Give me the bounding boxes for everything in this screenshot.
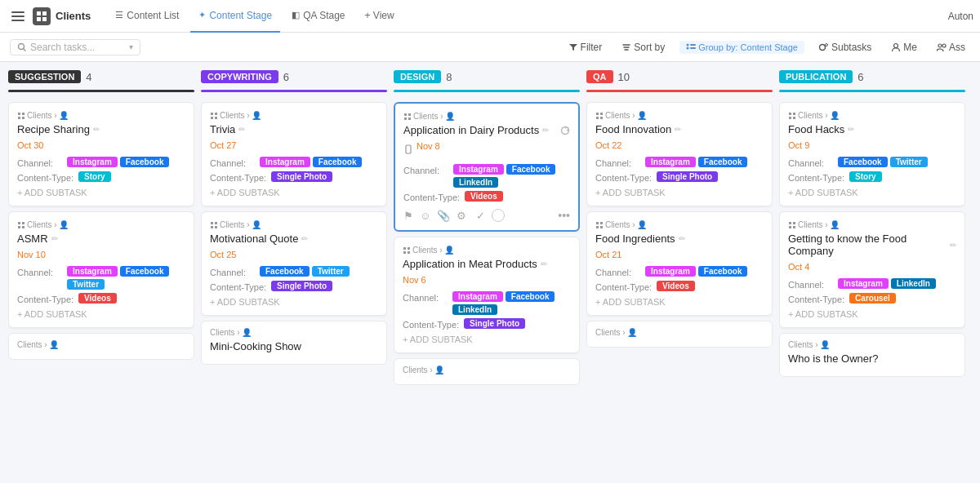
add-subtask-motivational-quote[interactable]: + ADD SUBTASK bbox=[210, 297, 378, 307]
tab-view[interactable]: + View bbox=[357, 0, 403, 33]
tag-facebook[interactable]: Facebook bbox=[698, 266, 748, 277]
check-icon[interactable]: ✓ bbox=[476, 210, 485, 222]
nav-user[interactable]: Auton bbox=[948, 11, 973, 22]
card-partial-design[interactable]: Clients › 👤 bbox=[394, 358, 580, 385]
tag-facebook[interactable]: Facebook bbox=[260, 266, 310, 277]
card-partial-suggestion[interactable]: Clients › 👤 bbox=[8, 333, 194, 360]
edit-icon-food-innovation[interactable]: ✏ bbox=[675, 125, 681, 134]
link-icon[interactable] bbox=[560, 126, 570, 135]
add-subtask-application-meat[interactable]: + ADD SUBTASK bbox=[403, 335, 571, 344]
tag-instagram[interactable]: Instagram bbox=[67, 157, 118, 167]
tag-twitter[interactable]: Twitter bbox=[312, 266, 350, 277]
add-subtask-recipe-sharing[interactable]: + ADD SUBTASK bbox=[17, 188, 185, 197]
card-recipe-sharing[interactable]: Clients › 👤 Recipe Sharing ✏ Oct 30 Chan… bbox=[8, 102, 194, 206]
card-food-hacks[interactable]: Clients › 👤 Food Hacks ✏ Oct 9 Channel: … bbox=[779, 102, 965, 206]
svg-point-13 bbox=[819, 44, 825, 50]
card-who-is-owner[interactable]: Clients › 👤 Who is the Owner? bbox=[779, 333, 965, 377]
tag-instagram[interactable]: Instagram bbox=[645, 157, 696, 167]
filter-button[interactable]: Filter bbox=[564, 40, 608, 55]
channel-row-recipe-sharing: Channel: InstagramFacebook bbox=[17, 157, 185, 168]
tag-content-videos[interactable]: Videos bbox=[657, 281, 695, 291]
sort-button[interactable]: Sort by bbox=[617, 40, 670, 55]
add-subtask-food-innovation[interactable]: + ADD SUBTASK bbox=[595, 188, 764, 197]
group-by-button[interactable]: Group by: Content Stage bbox=[679, 41, 804, 54]
edit-icon-food-ingredients[interactable]: ✏ bbox=[679, 234, 685, 243]
flag-icon[interactable]: ⚑ bbox=[403, 210, 413, 222]
tag-facebook[interactable]: Facebook bbox=[120, 266, 170, 277]
tag-instagram[interactable]: Instagram bbox=[260, 157, 310, 167]
settings-icon[interactable]: ⚙ bbox=[457, 210, 466, 222]
tag-facebook[interactable]: Facebook bbox=[120, 157, 170, 167]
content-stage-icon: ✦ bbox=[198, 10, 206, 20]
tag-content-story[interactable]: Story bbox=[78, 171, 111, 182]
svg-rect-43 bbox=[408, 251, 410, 254]
card-title-application-meat: Application in Meat Products ✏ bbox=[403, 258, 571, 270]
tag-facebook[interactable]: Facebook bbox=[698, 157, 748, 167]
edit-icon-application-dairy[interactable]: ✏ bbox=[542, 126, 549, 135]
tag-twitter[interactable]: Twitter bbox=[890, 157, 928, 167]
tag-linkedin[interactable]: LinkedIn bbox=[891, 278, 936, 289]
reaction-icon[interactable]: ☺ bbox=[420, 210, 430, 222]
more-options-icon[interactable]: ••• bbox=[558, 209, 570, 222]
tag-linkedin[interactable]: LinkedIn bbox=[453, 177, 498, 188]
tag-instagram[interactable]: Instagram bbox=[645, 266, 696, 277]
add-subtask-food-hacks[interactable]: + ADD SUBTASK bbox=[788, 188, 956, 197]
edit-icon-food-hacks[interactable]: ✏ bbox=[848, 125, 854, 134]
edit-icon-getting-to-know[interactable]: ✏ bbox=[950, 241, 956, 250]
card-application-dairy[interactable]: Clients › 👤 Application in Dairy Product… bbox=[394, 102, 580, 232]
add-subtask-trivia[interactable]: + ADD SUBTASK bbox=[210, 188, 378, 197]
tab-content-list[interactable]: ☰ Content List bbox=[107, 0, 187, 33]
tag-facebook[interactable]: Facebook bbox=[313, 157, 363, 167]
card-motivational-quote[interactable]: Clients › 👤 Motivational Quote ✏ Oct 25 … bbox=[201, 211, 387, 316]
tag-instagram[interactable]: Instagram bbox=[67, 266, 118, 277]
add-subtask-asmr[interactable]: + ADD SUBTASK bbox=[17, 309, 185, 319]
tag-linkedin[interactable]: LinkedIn bbox=[452, 304, 497, 315]
tag-content-story[interactable]: Story bbox=[849, 171, 882, 182]
tag-instagram[interactable]: Instagram bbox=[453, 164, 504, 175]
tag-content-single-photo[interactable]: Single Photo bbox=[271, 171, 332, 182]
card-asmr[interactable]: Clients › 👤 ASMR ✏ Nov 10 Channel: Insta… bbox=[8, 211, 194, 328]
card-trivia[interactable]: Clients › 👤 Trivia ✏ Oct 27 Channel: Ins… bbox=[201, 102, 387, 206]
add-subtask-food-ingredients[interactable]: + ADD SUBTASK bbox=[595, 297, 764, 307]
tag-instagram[interactable]: Instagram bbox=[838, 278, 889, 289]
edit-icon-asmr[interactable]: ✏ bbox=[51, 234, 58, 243]
content-type-row-motivational-quote: Content-Type: Single Photo bbox=[210, 281, 378, 292]
card-actions-application-dairy: ⚑ ☺ 📎 ⚙ ✓ ••• bbox=[403, 209, 570, 222]
search-dropdown-icon[interactable]: ▾ bbox=[129, 42, 133, 51]
svg-rect-21 bbox=[22, 117, 24, 119]
circle-check[interactable] bbox=[492, 209, 505, 222]
card-date-food-hacks: Oct 9 bbox=[788, 140, 956, 150]
card-getting-to-know[interactable]: Clients › 👤 Getting to know the Food Com… bbox=[779, 211, 965, 328]
subtasks-button[interactable]: Subtasks bbox=[814, 40, 876, 55]
edit-icon-recipe-sharing[interactable]: ✏ bbox=[93, 125, 100, 134]
content-type-row-food-hacks: Content-Type: Story bbox=[788, 171, 956, 183]
tag-twitter[interactable]: Twitter bbox=[67, 279, 105, 290]
tag-content-carousel[interactable]: Carousel bbox=[849, 293, 896, 304]
assign-button[interactable]: Ass bbox=[932, 40, 970, 55]
tag-content-single-photo[interactable]: Single Photo bbox=[657, 171, 718, 182]
tag-content-single-photo[interactable]: Single Photo bbox=[464, 318, 525, 329]
menu-icon[interactable] bbox=[7, 5, 29, 28]
toolbar-right: Filter Sort by Group by: Content Stage S… bbox=[564, 40, 970, 55]
tag-facebook[interactable]: Facebook bbox=[506, 164, 556, 175]
tag-facebook[interactable]: Facebook bbox=[506, 291, 555, 302]
tag-content-videos[interactable]: Videos bbox=[465, 191, 503, 202]
card-mini-cooking-show[interactable]: Clients › 👤 Mini-Cooking Show bbox=[201, 321, 387, 365]
edit-icon-motivational-quote[interactable]: ✏ bbox=[301, 234, 308, 243]
tab-content-stage[interactable]: ✦ Content Stage bbox=[190, 0, 280, 33]
search-box[interactable]: Search tasks... ▾ bbox=[10, 39, 140, 55]
edit-icon-trivia[interactable]: ✏ bbox=[238, 125, 245, 134]
add-subtask-getting-to-know[interactable]: + ADD SUBTASK bbox=[788, 309, 956, 319]
tag-content-videos[interactable]: Videos bbox=[78, 293, 117, 304]
card-partial-qa[interactable]: Clients › 👤 bbox=[586, 321, 773, 348]
tag-content-single-photo[interactable]: Single Photo bbox=[271, 281, 332, 291]
card-food-innovation[interactable]: Clients › 👤 Food Innovation ✏ Oct 22 Cha… bbox=[586, 102, 773, 206]
card-application-meat[interactable]: Clients › 👤 Application in Meat Products… bbox=[394, 237, 580, 353]
tab-qa-stage[interactable]: ◧ QA Stage bbox=[283, 0, 353, 33]
card-food-ingredients[interactable]: Clients › 👤 Food Ingredients ✏ Oct 21 Ch… bbox=[586, 211, 773, 316]
tag-facebook[interactable]: Facebook bbox=[838, 157, 888, 167]
me-button[interactable]: Me bbox=[886, 40, 922, 55]
attachment-icon[interactable]: 📎 bbox=[437, 210, 450, 222]
edit-icon-application-meat[interactable]: ✏ bbox=[541, 259, 547, 268]
tag-instagram[interactable]: Instagram bbox=[452, 291, 503, 302]
